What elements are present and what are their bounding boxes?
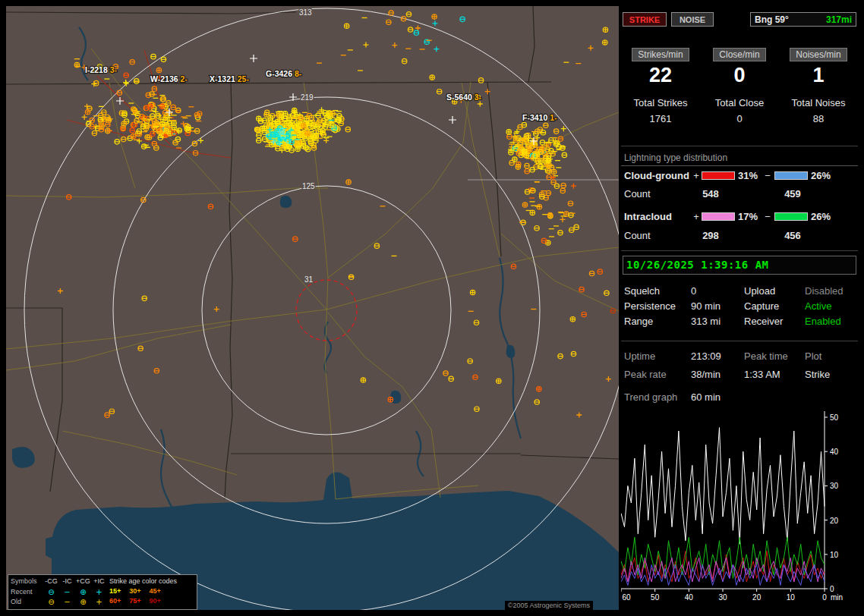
legend-col-header: -CG [43,577,60,587]
ic-negative-bar [774,212,808,221]
uptime-value: 213:09 [691,350,744,363]
legend-col-header: +IC [92,577,106,587]
count-label: Count [624,230,651,241]
total-strikes-value: 1761 [621,113,700,124]
persistence-value: 90 min [691,300,744,313]
map-panel: 31321912531I-2218 3-W-2136 2-X-1321 25-G… [6,6,619,610]
settings-row-range: Range 313 mi Receiver Enabled [624,316,856,328]
x-tick-label: 50 [651,593,660,602]
y-tick-label: 50 [830,413,839,422]
top-toolbar: STRIKE NOISE Bng 59° 317mi [621,12,858,27]
y-tick-label: 40 [830,448,839,456]
ring-distance-label: 313 [299,8,312,17]
cloud-ground-row: Cloud-ground + 31% − 26% [624,170,856,181]
bearing-label: Bng 59° [755,14,789,25]
total-close-label: Total Close [700,97,779,108]
squelch-label: Squelch [624,285,691,297]
legend-col-header: -IC [60,577,74,587]
strike-symbol-icon: ⊖ [43,597,60,608]
strike-symbol-icon: ⊖ [43,587,60,598]
storm-cell-label: S-5640 3- [446,93,482,102]
lightning-map[interactable]: 31321912531I-2218 3-W-2136 2-X-1321 25-G… [6,6,619,610]
legend-symbols-table: Symbols-CG-IC+CG+ICRecent⊖−⊕+Old⊖−⊕+ [11,577,106,608]
legend-age-table: Strike age color codes15+30+45+60+75+90+ [109,577,194,608]
ic-count-row: Count 298 456 [624,230,856,241]
age-code-label: 15+ [109,586,121,596]
legend-col-header: +CG [74,577,92,587]
trend-series-strikes-total [621,428,825,545]
upload-label: Upload [744,285,805,297]
trend-window-value: 60 min [691,391,744,404]
total-values-row: 1761 0 88 [621,113,858,124]
datetime-display: 10/26/2025 1:39:16 AM [623,256,856,275]
strikes-per-min-value: 22 [621,64,700,86]
plus-sign: + [691,211,702,222]
trend-graph: 504030201006050403020100min [621,407,858,608]
age-code-label: 30+ [129,586,140,596]
storm-cell-label: F-3410 1- [522,113,557,122]
minus-sign: − [762,170,773,181]
ic-positive-bar [702,212,735,221]
strikes-per-min-button[interactable]: Strikes/min [632,48,689,61]
ic-positive-pct: 17% [738,211,762,222]
x-tick-label: 10 [787,593,796,602]
y-tick-label: 20 [830,517,839,525]
noises-per-min-button[interactable]: Noises/min [790,48,847,61]
noises-per-min-value: 1 [779,64,858,86]
distribution-title: Lightning type distribution [621,152,858,166]
peak-time-value: 1:33 AM [744,369,805,381]
noise-button[interactable]: NOISE [671,12,714,27]
x-tick-label: 0 [822,593,827,602]
y-tick-label: 30 [830,482,839,490]
ic-positive-count: 298 [691,230,730,241]
ring-distance-label: 31 [304,275,314,284]
legend-symbols-header: Symbols [11,577,43,587]
total-labels-row: Total Strikes Total Close Total Noises [621,97,858,108]
x-tick-label: 40 [685,593,694,602]
cloud-ground-label: Cloud-ground [624,170,691,181]
peak-time-label: Peak time [744,350,805,363]
strike-button[interactable]: STRIKE [623,12,667,27]
cg-positive-bar [702,171,735,180]
ring-distance-label: 219 [301,93,314,102]
intracloud-label: Intracloud [624,211,691,222]
cg-negative-bar [774,171,808,180]
age-code-label: 45+ [150,586,161,596]
x-tick-label: 20 [752,593,762,602]
legend-age-row: 15+30+45+ [109,586,194,596]
x-axis-unit: min [831,593,843,602]
ring-distance-label: 125 [302,182,315,190]
cg-count-row: Count 548 459 [624,188,856,200]
receiver-status: Enabled [805,316,856,328]
settings-row-persistence: Persistence 90 min Capture Active [624,300,856,313]
y-tick-label: 10 [830,551,839,559]
strike-symbol-icon: + [92,587,106,598]
x-tick-label: 30 [718,593,727,602]
separator [621,146,858,146]
age-code-label: 75+ [129,596,140,606]
range-value: 313 mi [691,316,744,328]
status-row-2: Peak rate 38/min 1:33 AM Strike [624,369,856,381]
total-noises-label: Total Noises [779,97,858,108]
capture-status: Active [805,300,856,313]
rate-values-row: 22 0 1 [621,64,858,86]
legend-row-label: Recent [11,587,43,598]
cg-negative-pct: 26% [811,170,835,181]
receiver-label: Receiver [744,316,805,328]
plus-sign: + [691,170,702,181]
total-close-value: 0 [700,113,779,124]
separator [621,341,858,341]
settings-row-squelch: Squelch 0 Upload Disabled [624,285,856,297]
map-legend: Symbols-CG-IC+CG+ICRecent⊖−⊕+Old⊖−⊕+Stri… [8,574,197,610]
age-code-label: 60+ [109,596,121,606]
close-per-min-button[interactable]: Close/min [713,48,765,61]
strike-symbol-icon: ⊕ [74,597,92,608]
close-per-min-value: 0 [700,64,779,86]
storm-cell-label: G-3426 8- [266,69,302,78]
ic-negative-pct: 26% [811,211,835,222]
total-noises-value: 88 [779,113,858,124]
plot-label: Plot [805,350,856,363]
separator [621,250,858,251]
storm-cell-label: W-2136 2- [150,74,188,83]
range-label: Range [624,316,691,328]
